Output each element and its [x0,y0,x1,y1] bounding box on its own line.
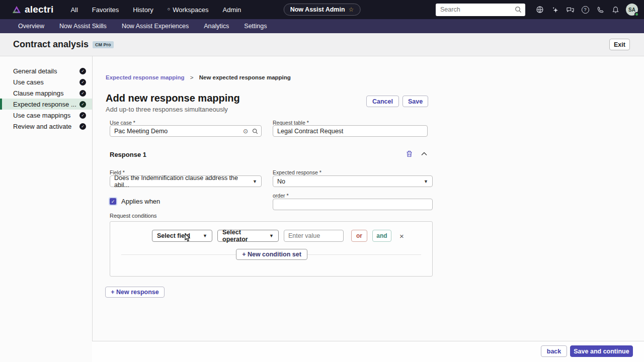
caret-down-icon: ▼ [203,233,207,238]
now-assist-admin-pill[interactable]: Now Assist Admin ☆ [284,4,361,16]
order-input[interactable] [273,199,433,210]
response-title: Response 1 [110,151,146,158]
check-circle-icon: ✓ [79,101,86,108]
expected-response-label: Expected response * [273,169,321,175]
caret-down-icon: ▼ [253,179,257,184]
check-circle-icon: ✓ [79,90,86,97]
sidebar-item-use-case-mappings[interactable]: Use case mappings ✓ [0,110,92,121]
condition-row: Select field ▼ Select operator ▼ or and … [152,230,404,242]
star-icon[interactable]: ☆ [349,6,354,13]
screen: alectri All Favorites History ○ Workspac… [0,0,644,362]
request-table-input[interactable] [273,125,428,137]
caret-down-icon: ▼ [424,179,428,184]
sidebar-item-review-and-activate[interactable]: Review and activate ✓ [0,121,92,132]
phone-icon[interactable] [593,0,608,19]
topbar-right: ? SA [436,0,638,19]
expected-response-select[interactable]: No ▼ [273,175,433,187]
nav-workspaces[interactable]: ○ Workspaces [168,6,209,14]
check-circle-icon: ✓ [79,68,86,74]
top-nav: All Favorites History ○ Workspaces Admin [70,6,241,14]
sidebar-item-label: Expected response ... [13,101,76,108]
sidebar-item-label: General details [13,67,57,75]
sidebar-item-clause-mappings[interactable]: Clause mappings ✓ [0,87,92,99]
globe-icon[interactable] [532,0,547,19]
select-field-label: Select field [157,232,190,239]
chat-icon[interactable] [562,0,578,19]
sidebar-item-label: Clause mappings [13,89,63,97]
required-mark: * [286,193,288,199]
nav-workspaces-label: Workspaces [173,6,208,14]
workspaces-icon: ○ [168,7,170,12]
use-case-field-icons: ⊙ [243,128,258,135]
condition-value-input[interactable] [284,230,344,242]
nav-admin[interactable]: Admin [223,6,242,14]
exit-button[interactable]: Exit [609,39,630,50]
sidebar-item-label: Use cases [13,78,44,86]
sidebar-item-use-cases[interactable]: Use cases ✓ [0,76,92,87]
and-button[interactable]: and [372,230,391,242]
request-conditions-label: Request conditions [110,213,157,219]
sub-nav: Overview Now Assist Skills Now Assist Ex… [0,19,644,33]
bell-icon[interactable] [608,0,623,19]
brand-logo[interactable]: alectri [12,4,53,15]
sidebar-item-label: Use case mappings [13,112,70,119]
select-field-dropdown[interactable]: Select field ▼ [152,230,212,242]
subnav-analytics[interactable]: Analytics [204,23,229,30]
condition-builder: Select field ▼ Select operator ▼ or and … [110,221,433,277]
remove-condition-icon[interactable]: × [399,232,404,240]
required-mark: * [319,169,321,175]
sidebar-item-general-details[interactable]: General details ✓ [0,65,92,76]
expected-response-value: No [277,178,285,185]
select-operator-label: Select operator [222,229,264,243]
applies-when-checkbox[interactable]: ✓ [110,198,116,205]
chevron-up-icon[interactable] [421,152,427,156]
nav-all[interactable]: All [70,6,77,14]
page-header: Contract analysis CM Pro Exit [0,33,644,56]
avatar[interactable]: SA [626,4,638,16]
subnav-now-assist-experiences[interactable]: Now Assist Experiences [122,23,189,30]
nav-favorites[interactable]: Favorites [92,6,119,14]
form-subtitle: Add up-to three responses simultaneously [106,106,228,113]
sidebar-item-expected-response[interactable]: Expected response ... ✓ [0,99,92,110]
field-select[interactable]: Does the Indemnification clause address … [110,175,262,187]
caret-down-icon: ▼ [269,233,274,238]
select-operator-dropdown[interactable]: Select operator ▼ [217,230,279,242]
new-condition-set-button[interactable]: + New condition set [236,249,307,260]
cancel-button[interactable]: Cancel [366,96,399,107]
search-box [436,4,525,16]
subnav-overview[interactable]: Overview [18,23,44,30]
sparkle-icon[interactable] [547,0,562,19]
check-circle-icon: ✓ [79,79,86,85]
back-button[interactable]: back [541,345,567,357]
use-case-input[interactable] [110,125,262,137]
search-input[interactable] [436,4,525,16]
preview-record-icon[interactable]: ⊙ [243,128,248,135]
search-icon [515,6,522,13]
save-and-continue-button[interactable]: Save and continue [570,345,633,357]
check-circle-icon: ✓ [79,112,86,119]
check-circle-icon: ✓ [79,123,86,130]
response-actions [406,150,427,157]
breadcrumb-parent-link[interactable]: Expected response mapping [106,74,185,80]
cm-pro-badge: CM Pro [93,41,114,48]
or-button[interactable]: or [351,230,367,242]
new-response-button[interactable]: + New response [105,287,165,298]
subnav-settings[interactable]: Settings [244,23,267,30]
save-button[interactable]: Save [403,96,428,107]
trash-icon[interactable] [406,150,413,157]
breadcrumb: Expected response mapping > New expected… [106,74,291,80]
breadcrumb-separator: > [190,74,194,80]
avatar-initials: SA [628,7,635,13]
help-icon[interactable]: ? [578,0,593,19]
alectri-logo-icon [12,6,21,14]
sidebar: General details ✓ Use cases ✓ Clause map… [0,56,92,362]
lookup-search-icon[interactable] [252,128,258,134]
nav-history[interactable]: History [133,6,153,14]
subnav-now-assist-skills[interactable]: Now Assist Skills [59,23,107,30]
applies-when-label: Applies when [121,198,160,205]
page-title: Contract analysis [13,39,89,50]
status-dot [634,12,639,17]
field-select-value: Does the Indemnification clause address … [114,174,253,189]
form-title: Add new response mapping [106,93,240,104]
sidebar-item-label: Review and activate [13,123,71,130]
